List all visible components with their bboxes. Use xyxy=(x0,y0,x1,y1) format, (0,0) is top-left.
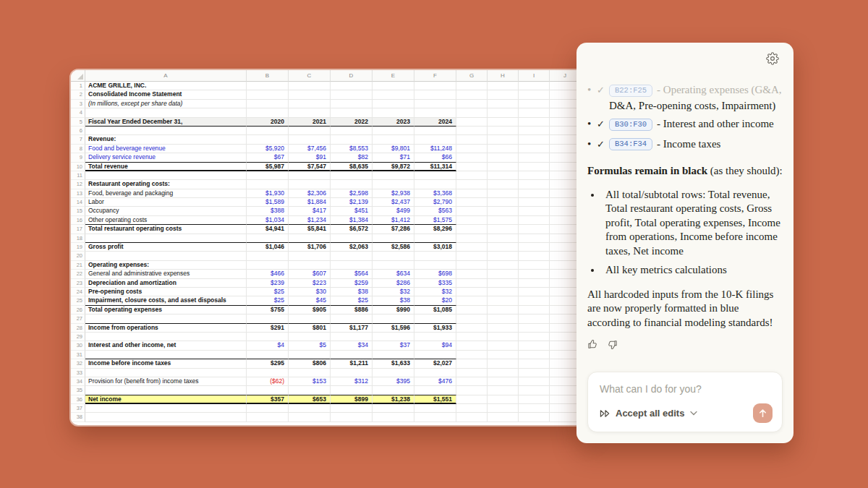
cell[interactable] xyxy=(488,279,519,288)
cell[interactable] xyxy=(488,296,519,305)
column-header-F[interactable]: F xyxy=(414,70,456,82)
cell[interactable] xyxy=(519,288,550,296)
cell[interactable] xyxy=(373,413,414,421)
cell[interactable]: $11,248 xyxy=(414,145,456,153)
cell[interactable]: $698 xyxy=(414,270,456,278)
cell[interactable] xyxy=(519,100,550,108)
cell[interactable] xyxy=(373,180,414,189)
cell[interactable] xyxy=(331,90,373,99)
cell[interactable]: Restaurant operating costs: xyxy=(85,180,247,189)
cell[interactable]: $8,635 xyxy=(331,163,373,171)
cell[interactable] xyxy=(456,207,488,215)
cell[interactable]: $11,314 xyxy=(414,163,456,171)
cell[interactable]: Operating expenses: xyxy=(85,261,247,270)
cell[interactable]: Occupancy xyxy=(85,207,247,215)
cell[interactable] xyxy=(85,314,247,323)
cell[interactable] xyxy=(519,404,550,413)
cell[interactable]: $607 xyxy=(289,270,331,278)
cell[interactable] xyxy=(488,386,519,395)
cell[interactable] xyxy=(247,314,289,323)
cell[interactable]: $66 xyxy=(414,153,456,162)
thumbs-up-icon[interactable] xyxy=(587,339,598,350)
cell[interactable]: Total operating expenses xyxy=(85,306,247,314)
cell[interactable]: $806 xyxy=(289,359,331,368)
cell[interactable] xyxy=(85,369,247,377)
cell[interactable] xyxy=(519,333,550,341)
cell[interactable] xyxy=(373,404,414,413)
cell[interactable] xyxy=(247,333,289,341)
cell[interactable] xyxy=(488,314,519,323)
cell[interactable]: $153 xyxy=(289,377,331,386)
cell[interactable] xyxy=(414,171,456,180)
row-header-22[interactable]: 22 xyxy=(71,270,85,278)
cell[interactable] xyxy=(519,198,550,207)
cell[interactable]: $1,706 xyxy=(289,243,331,252)
cell[interactable]: $1,238 xyxy=(373,395,414,404)
cell[interactable] xyxy=(488,216,519,225)
cell[interactable]: $8,553 xyxy=(331,145,373,153)
row-header-30[interactable]: 30 xyxy=(71,341,85,350)
row-header-36[interactable]: 36 xyxy=(71,395,85,404)
cell[interactable]: $2,063 xyxy=(331,243,373,252)
cell[interactable] xyxy=(373,234,414,243)
cell[interactable]: $45 xyxy=(289,296,331,305)
cell[interactable] xyxy=(247,261,289,270)
cell[interactable] xyxy=(488,225,519,234)
cell[interactable] xyxy=(519,261,550,270)
gear-icon[interactable] xyxy=(766,52,779,65)
row-header-3[interactable]: 3 xyxy=(71,100,85,108)
cell[interactable]: $1,177 xyxy=(331,324,373,333)
row-header-9[interactable]: 9 xyxy=(71,153,85,162)
cell[interactable]: $286 xyxy=(373,279,414,288)
row-header-19[interactable]: 19 xyxy=(71,243,85,252)
cell[interactable] xyxy=(247,351,289,359)
cell[interactable] xyxy=(414,108,456,117)
cell[interactable] xyxy=(373,351,414,359)
cell[interactable] xyxy=(519,180,550,189)
cell[interactable] xyxy=(85,127,247,135)
cell[interactable]: $1,034 xyxy=(247,216,289,225)
cell[interactable]: Impairment, closure costs, and asset dis… xyxy=(85,296,247,305)
cell[interactable] xyxy=(373,333,414,341)
cell[interactable] xyxy=(519,324,550,333)
cell[interactable]: $417 xyxy=(289,207,331,215)
row-header-12[interactable]: 12 xyxy=(71,180,85,189)
cell[interactable] xyxy=(456,216,488,225)
cell[interactable] xyxy=(247,386,289,395)
cell[interactable]: ($62) xyxy=(247,377,289,386)
cell[interactable] xyxy=(519,234,550,243)
cell[interactable]: $6,572 xyxy=(331,225,373,234)
cell[interactable]: $1,589 xyxy=(247,198,289,207)
cell[interactable]: Depreciation and amortization xyxy=(85,279,247,288)
cell[interactable] xyxy=(488,377,519,386)
cell[interactable] xyxy=(247,404,289,413)
cell[interactable] xyxy=(456,395,488,404)
cell[interactable] xyxy=(414,404,456,413)
row-header-11[interactable]: 11 xyxy=(71,171,85,180)
cell[interactable]: $2,598 xyxy=(331,189,373,198)
cell[interactable]: Pre-opening costs xyxy=(85,288,247,296)
cell[interactable]: Gross profit xyxy=(85,243,247,252)
cell[interactable] xyxy=(331,127,373,135)
cell[interactable] xyxy=(414,369,456,377)
cell[interactable]: $2,306 xyxy=(289,189,331,198)
cell[interactable]: $886 xyxy=(331,306,373,314)
cell[interactable] xyxy=(289,351,331,359)
cell[interactable]: $2,938 xyxy=(373,189,414,198)
cell[interactable] xyxy=(414,314,456,323)
cell[interactable]: $9,872 xyxy=(373,163,414,171)
cell[interactable] xyxy=(519,296,550,305)
row-header-6[interactable]: 6 xyxy=(71,127,85,135)
cell[interactable] xyxy=(85,413,247,421)
column-header-B[interactable]: B xyxy=(247,70,289,82)
cell[interactable]: Food and beverage revenue xyxy=(85,145,247,153)
cell[interactable] xyxy=(456,82,488,90)
cell-range-chip[interactable]: B22:F25 xyxy=(609,85,652,97)
row-header-29[interactable]: 29 xyxy=(71,333,85,341)
cell[interactable] xyxy=(519,82,550,90)
row-header-4[interactable]: 4 xyxy=(71,108,85,117)
cell[interactable] xyxy=(331,261,373,270)
cell[interactable]: $38 xyxy=(331,288,373,296)
row-header-8[interactable]: 8 xyxy=(71,145,85,153)
cell[interactable] xyxy=(331,100,373,108)
